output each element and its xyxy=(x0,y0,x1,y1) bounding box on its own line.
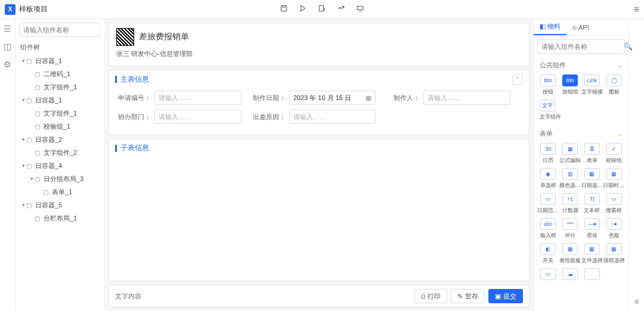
widget-item[interactable]: ▦公式编辑 xyxy=(559,143,581,164)
rail-outline-icon[interactable]: ☰ xyxy=(4,24,11,33)
qr-code xyxy=(116,28,134,46)
widget-item[interactable]: ▦表情面板 xyxy=(559,243,581,265)
print-button[interactable]: ⎙ 打印 xyxy=(414,289,447,303)
section2-title: 子表信息 xyxy=(120,143,149,153)
widget-item[interactable]: ☁ xyxy=(559,268,581,282)
widget-search-input[interactable] xyxy=(541,43,624,50)
widget-item[interactable]: +1计数器 xyxy=(559,193,581,214)
tree-item[interactable]: ▢文字组件_1 xyxy=(16,80,104,94)
app-logo: X xyxy=(5,4,16,15)
export-icon[interactable] xyxy=(318,4,326,14)
tree-item[interactable]: ▾▢日容器_4 xyxy=(16,159,104,172)
rail-pages-icon[interactable]: ◫ xyxy=(4,42,11,51)
widget-item[interactable]: ◯图标 xyxy=(603,74,625,96)
widget-item[interactable]: ▦日期选择器 xyxy=(581,168,603,189)
tree-item[interactable]: ▾▢日容器_5 xyxy=(16,198,104,212)
cat-form-title: 表单 xyxy=(540,129,553,138)
project-name: 样板项目 xyxy=(19,4,48,14)
tree-item[interactable]: ▢表单_1 xyxy=(16,185,104,198)
chevron-down-icon[interactable]: ⌄ xyxy=(618,130,623,137)
widget-item[interactable]: Btn按钮组 xyxy=(559,74,581,96)
preview-icon[interactable] xyxy=(299,4,307,14)
tree-item[interactable]: ▾▢日容器_1 xyxy=(16,94,104,107)
widget-item[interactable]: ***评分 xyxy=(559,218,581,240)
widget-item[interactable]: ▭ xyxy=(537,268,559,282)
widget-item[interactable]: Btn按钮 xyxy=(537,74,559,96)
widget-item[interactable]: ◐开关 xyxy=(537,243,559,265)
widget-item[interactable]: ▦级联选择 xyxy=(603,243,625,265)
section1-collapse-icon[interactable]: ⌃ xyxy=(512,74,523,85)
chevron-down-icon[interactable]: ⌄ xyxy=(618,62,623,69)
menu-icon[interactable]: ≡ xyxy=(634,4,639,15)
tab-api[interactable]: ⎋ API xyxy=(566,19,595,35)
tree-item[interactable]: ▢文字组件_1 xyxy=(16,107,104,120)
outline-title: 组件树 xyxy=(16,41,104,54)
widget-item[interactable]: ▦日期时间… xyxy=(603,168,625,189)
calendar-icon: ▦ xyxy=(366,94,371,102)
widget-item[interactable]: ▦文件选择 xyxy=(581,243,603,265)
reason-label: 出差原因： xyxy=(250,113,286,122)
footer-text: 文字内容 xyxy=(115,292,141,301)
widget-search[interactable]: 🔍 xyxy=(537,39,625,54)
widget-item[interactable]: ▭日期范围… xyxy=(537,193,559,214)
widget-item[interactable]: Link文字链接 xyxy=(581,74,603,96)
tree-item[interactable]: ▢二维码_1 xyxy=(16,67,104,80)
date-input[interactable]: 2023 年 10 月 16 日▦ xyxy=(289,91,376,105)
import-icon[interactable] xyxy=(337,4,345,14)
widget-item[interactable]: ○●色板 xyxy=(603,218,625,240)
tree-item[interactable]: ▾▢日容器_2 xyxy=(16,133,104,146)
date-label: 制作日期： xyxy=(250,94,286,102)
widget-item[interactable]: ◉单选框 xyxy=(537,168,559,189)
section1-title: 主表信息 xyxy=(120,74,149,85)
widget-item[interactable] xyxy=(581,268,603,282)
orderno-label: 申请编号： xyxy=(115,94,151,102)
cat-common-title: 公共组件 xyxy=(540,61,566,70)
outline-search-input[interactable] xyxy=(23,26,106,33)
rail-hamburger-icon[interactable]: ≡ xyxy=(634,297,639,306)
tree-item[interactable]: ▢文字组件_2 xyxy=(16,146,104,159)
rail-settings-icon[interactable]: ⚙ xyxy=(4,60,11,69)
widget-item[interactable]: ≣表单 xyxy=(581,143,603,164)
form-subtitle: 张三 研发中心-信息管理部 xyxy=(116,49,522,58)
tree-item[interactable]: ▾▢日容器_1 xyxy=(16,54,104,67)
widget-item[interactable]: ✓校验组 xyxy=(603,143,625,164)
tree-item[interactable]: ▢分栏布局_1 xyxy=(16,212,104,225)
tree-item[interactable]: ▾▢日分组布局_3 xyxy=(16,172,104,185)
save-icon[interactable] xyxy=(280,4,288,14)
svg-rect-2 xyxy=(357,7,363,10)
widget-item[interactable]: ▥颜色选择器 xyxy=(559,168,581,189)
widget-item[interactable]: abc输入框 xyxy=(537,218,559,240)
device-icon[interactable] xyxy=(356,4,364,14)
widget-item[interactable]: —●滑块 xyxy=(581,218,603,240)
outline-search[interactable]: 🔍 xyxy=(19,23,101,37)
tab-widgets[interactable]: ◧ 物料 xyxy=(534,19,566,35)
draft-button[interactable]: ✎ 暂存 xyxy=(451,289,485,303)
reason-input[interactable]: 请输入…… xyxy=(289,110,376,124)
widget-item[interactable]: ▭搜索框 xyxy=(603,193,625,214)
dept-input[interactable]: 请输入…… xyxy=(154,110,242,124)
svg-rect-1 xyxy=(319,5,323,11)
tree-item[interactable]: ▢校验组_1 xyxy=(16,120,104,133)
person-label: 制作人： xyxy=(384,94,420,102)
widget-item[interactable]: 30日历 xyxy=(537,143,559,164)
widget-item[interactable]: 文字文字组件 xyxy=(537,99,625,121)
person-input[interactable]: 请输入…… xyxy=(423,91,510,105)
submit-button[interactable]: ▣ 提交 xyxy=(488,289,523,303)
svg-rect-0 xyxy=(281,5,286,11)
component-tree: ▾▢日容器_1▢二维码_1▢文字组件_1▾▢日容器_1▢文字组件_1▢校验组_1… xyxy=(16,54,104,311)
dept-label: 协办部门： xyxy=(115,113,151,122)
form-title: 差旅费报销单 xyxy=(139,32,189,42)
orderno-input[interactable]: 请输入…… xyxy=(154,91,242,105)
widget-item[interactable]: T|文本框 xyxy=(581,193,603,214)
